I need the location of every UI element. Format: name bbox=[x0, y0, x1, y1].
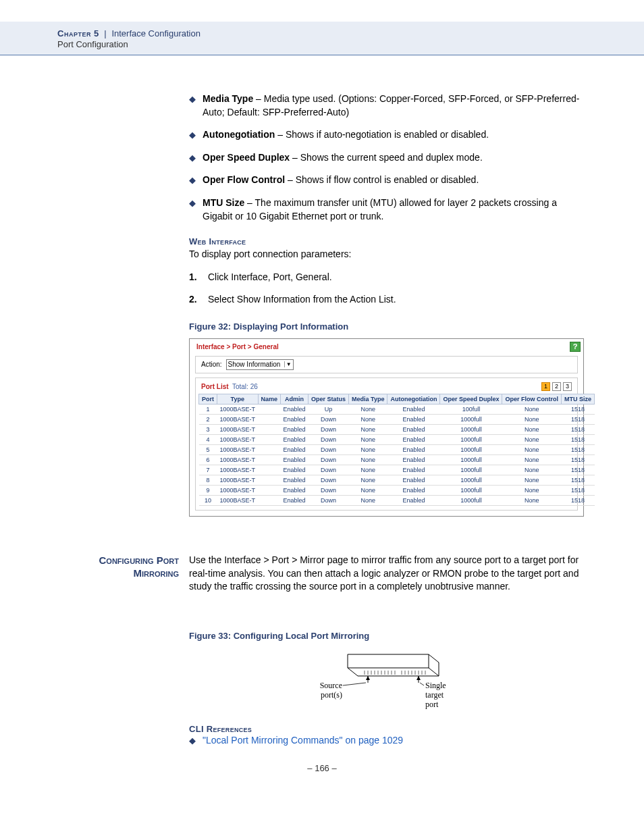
term: MTU Size bbox=[203, 197, 244, 208]
diagram-right-label-3: port bbox=[425, 700, 439, 709]
table-cell: 10 bbox=[199, 495, 217, 505]
parameter-list: Media Type – Media type used. (Options: … bbox=[189, 93, 587, 223]
table-cell: 1000full bbox=[440, 444, 502, 454]
table-cell: Enabled bbox=[281, 495, 308, 505]
page-number: – 166 – bbox=[0, 763, 644, 773]
table-cell: None bbox=[502, 414, 562, 424]
list-item: Oper Speed Duplex – Shows the current sp… bbox=[203, 151, 587, 165]
table-cell: 2 bbox=[199, 414, 217, 424]
table-cell: None bbox=[502, 485, 562, 495]
table-cell: 1000full bbox=[440, 475, 502, 485]
table-cell bbox=[258, 424, 281, 434]
cli-link[interactable]: "Local Port Mirroring Commands" on page … bbox=[203, 735, 403, 746]
svg-line-25 bbox=[343, 683, 366, 685]
table-cell: 1000full bbox=[440, 465, 502, 475]
diagram-left-label-1: Source bbox=[319, 681, 342, 690]
table-cell bbox=[258, 475, 281, 485]
chapter-label: Chapter 5 bbox=[57, 28, 99, 38]
pager: 123 bbox=[541, 382, 572, 391]
table-cell: Down bbox=[308, 465, 349, 475]
help-icon[interactable]: ? bbox=[570, 342, 581, 352]
list-item: MTU Size – The maximum transfer unit (MT… bbox=[203, 197, 587, 223]
table-cell: 7 bbox=[199, 465, 217, 475]
table-cell: 1518 bbox=[561, 454, 594, 465]
table-cell: Down bbox=[308, 434, 349, 444]
table-row: 91000BASE-TEnabledDownNoneEnabled1000ful… bbox=[199, 485, 595, 495]
pager-page[interactable]: 1 bbox=[541, 382, 550, 391]
table-cell bbox=[258, 434, 281, 444]
table-cell: 1518 bbox=[561, 465, 594, 475]
figure-32-caption: Figure 32: Displaying Port Information bbox=[189, 321, 587, 332]
table-row: 101000BASE-TEnabledDownNoneEnabled1000fu… bbox=[199, 495, 595, 505]
table-cell: 1000BASE-T bbox=[217, 454, 259, 465]
table-cell: None bbox=[349, 485, 387, 495]
table-cell bbox=[258, 454, 281, 465]
table-cell: Enabled bbox=[387, 404, 440, 414]
table-cell: 1000BASE-T bbox=[217, 475, 259, 485]
table-cell: Down bbox=[308, 414, 349, 424]
table-cell: 1000BASE-T bbox=[217, 434, 259, 444]
table-cell: None bbox=[502, 424, 562, 434]
table-cell: Enabled bbox=[387, 434, 440, 444]
table-cell: Down bbox=[308, 495, 349, 505]
table-cell: None bbox=[502, 495, 562, 505]
table-row: 71000BASE-TEnabledDownNoneEnabled1000ful… bbox=[199, 465, 595, 475]
table-cell: 1518 bbox=[561, 485, 594, 495]
term: Oper Flow Control bbox=[203, 174, 285, 185]
column-header: Type bbox=[217, 394, 259, 404]
table-cell bbox=[258, 404, 281, 414]
table-cell: 1000full bbox=[440, 434, 502, 444]
term: Autonegotiation bbox=[203, 129, 275, 140]
table-cell: 1518 bbox=[561, 404, 594, 414]
table-cell: Down bbox=[308, 424, 349, 434]
table-cell: 1000BASE-T bbox=[217, 495, 259, 505]
breadcrumb: Interface > Port > General bbox=[196, 343, 279, 350]
table-cell: 1000BASE-T bbox=[217, 404, 259, 414]
table-cell: Up bbox=[308, 404, 349, 414]
description: – Shows if flow control is enabled or di… bbox=[285, 174, 479, 185]
table-row: 21000BASE-TEnabledDownNoneEnabled1000ful… bbox=[199, 414, 595, 424]
table-cell: Enabled bbox=[281, 485, 308, 495]
table-cell: Enabled bbox=[281, 414, 308, 424]
table-cell: Enabled bbox=[281, 454, 308, 465]
table-cell: None bbox=[502, 434, 562, 444]
table-cell bbox=[258, 495, 281, 505]
diagram-right-label-1: Single bbox=[425, 681, 446, 690]
description: – Media type used. (Options: Copper-Forc… bbox=[203, 93, 579, 118]
column-header: Oper Status bbox=[308, 394, 349, 404]
step-item: Click Interface, Port, General. bbox=[189, 271, 587, 284]
table-cell: Down bbox=[308, 454, 349, 465]
table-row: 31000BASE-TEnabledDownNoneEnabled1000ful… bbox=[199, 424, 595, 434]
pager-page[interactable]: 3 bbox=[563, 382, 572, 391]
table-cell: 4 bbox=[199, 434, 217, 444]
description: – The maximum transfer unit (MTU) allowe… bbox=[203, 197, 557, 221]
table-cell: 100full bbox=[440, 404, 502, 414]
table-cell: None bbox=[349, 465, 387, 475]
list-item: "Local Port Mirroring Commands" on page … bbox=[203, 734, 587, 748]
description: – Shows if auto-negotiation is enabled o… bbox=[275, 129, 489, 140]
table-cell: 1000full bbox=[440, 454, 502, 465]
column-header: Admin bbox=[281, 394, 308, 404]
page-header: Chapter 5 | Interface Configuration Port… bbox=[0, 22, 644, 55]
list-item: Media Type – Media type used. (Options: … bbox=[203, 93, 587, 119]
table-cell: Enabled bbox=[281, 434, 308, 444]
figure-33-block: Figure 33: Configuring Local Port Mirror… bbox=[189, 631, 587, 748]
svg-marker-22 bbox=[366, 676, 370, 680]
pager-page[interactable]: 2 bbox=[552, 382, 561, 391]
table-cell: 1000full bbox=[440, 485, 502, 495]
table-cell: None bbox=[349, 404, 387, 414]
table-cell: None bbox=[349, 495, 387, 505]
action-select[interactable]: Show Information ▼ bbox=[226, 359, 294, 370]
action-row: Action: Show Information ▼ bbox=[195, 356, 578, 373]
table-cell: 8 bbox=[199, 475, 217, 485]
table-cell: None bbox=[502, 465, 562, 475]
table-row: 51000BASE-TEnabledDownNoneEnabled1000ful… bbox=[199, 444, 595, 454]
table-cell: Down bbox=[308, 444, 349, 454]
separator: | bbox=[104, 28, 106, 38]
list-item: Oper Flow Control – Shows if flow contro… bbox=[203, 174, 587, 187]
table-cell: 1000BASE-T bbox=[217, 485, 259, 495]
table-cell: Enabled bbox=[387, 485, 440, 495]
step-item: Select Show Information from the Action … bbox=[189, 293, 587, 307]
table-cell bbox=[258, 465, 281, 475]
column-header: Autonegotiation bbox=[387, 394, 440, 404]
